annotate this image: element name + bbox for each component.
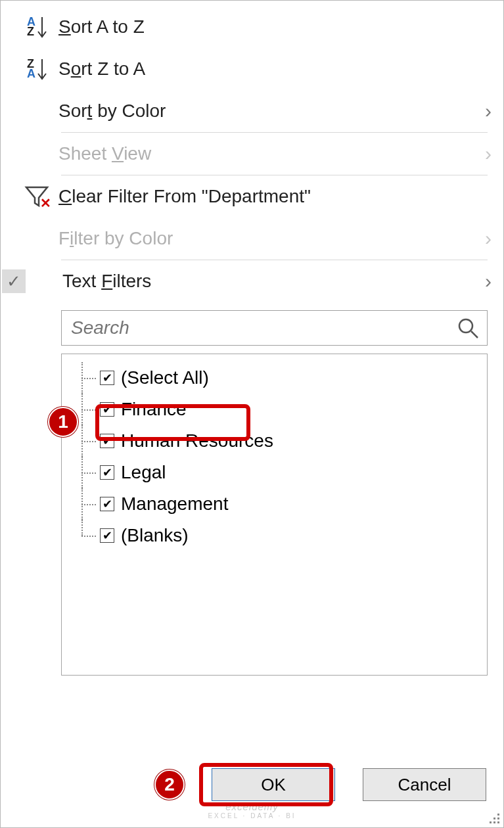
text-filters-label: Text Filters [62, 271, 485, 292]
chevron-right-icon: › [485, 143, 492, 165]
sort-by-color-label: Sort by Color [58, 101, 485, 122]
dialog-buttons: OK Cancel [212, 768, 486, 801]
filter-active-icon: ✓ [2, 269, 26, 293]
resize-grip-icon[interactable] [486, 810, 499, 823]
sort-descending[interactable]: Z A Sort Z to A [1, 48, 503, 90]
text-filters[interactable]: ✓ Text Filters › [1, 260, 503, 302]
clear-filter-icon: ✕ [15, 183, 58, 210]
tree-item-label: Management [121, 494, 228, 515]
svg-point-3 [459, 319, 472, 333]
annotation-badge: 1 [48, 407, 78, 437]
annotation-badge: 2 [154, 770, 185, 800]
clear-filter[interactable]: ✕ Clear Filter From "Department" [1, 175, 503, 218]
sort-asc-label: Sort A to Z [58, 16, 492, 37]
svg-line-4 [471, 331, 478, 338]
search-icon [457, 317, 479, 339]
tree-item[interactable]: Management [67, 488, 482, 520]
chevron-right-icon: › [485, 100, 492, 122]
tree-item-label: (Select All) [121, 367, 209, 388]
filter-dropdown-panel: A Z Sort A to Z Z A [0, 0, 504, 828]
tree-item-label: (Blanks) [121, 525, 189, 546]
watermark: exceldemy EXCEL · DATA · BI [208, 801, 296, 819]
checkbox-icon[interactable] [100, 528, 114, 543]
sheet-view: Sheet View › [1, 133, 503, 175]
filter-by-color-label: Filter by Color [58, 228, 485, 249]
filter-values-tree[interactable]: (Select All) Finance Human Resources Leg… [61, 354, 488, 676]
ok-button-label: OK [261, 775, 286, 795]
sort-desc-icon: Z A [15, 58, 58, 80]
tree-item[interactable]: Finance [67, 394, 482, 425]
tree-item[interactable]: Human Resources [67, 425, 482, 457]
search-input[interactable] [70, 317, 457, 339]
clear-filter-label: Clear Filter From "Department" [58, 186, 492, 207]
checkbox-icon[interactable] [100, 402, 114, 417]
sort-desc-label: Sort Z to A [58, 58, 492, 80]
search-box[interactable] [61, 310, 488, 346]
sort-ascending[interactable]: A Z Sort A to Z [1, 6, 503, 48]
checkbox-icon[interactable] [100, 465, 114, 480]
sheet-view-label: Sheet View [58, 143, 485, 164]
tree-item-blanks[interactable]: (Blanks) [67, 520, 482, 551]
tree-item-label: Human Resources [121, 430, 273, 451]
tree-item-label: Finance [121, 399, 187, 420]
sort-by-color[interactable]: Sort by Color › [1, 90, 503, 132]
tree-item-label: Legal [121, 462, 166, 483]
cancel-button[interactable]: Cancel [363, 768, 486, 801]
checkbox-icon[interactable] [100, 497, 114, 511]
checkbox-icon[interactable] [100, 434, 114, 448]
chevron-right-icon: › [485, 227, 492, 250]
chevron-right-icon: › [485, 270, 492, 292]
cancel-button-label: Cancel [398, 775, 451, 795]
checkbox-icon[interactable] [100, 371, 114, 385]
ok-button[interactable]: OK [212, 768, 335, 801]
tree-item[interactable]: Legal [67, 457, 482, 488]
tree-item-select-all[interactable]: (Select All) [67, 362, 482, 394]
sort-asc-icon: A Z [15, 16, 58, 38]
filter-by-color: Filter by Color › [1, 218, 503, 260]
